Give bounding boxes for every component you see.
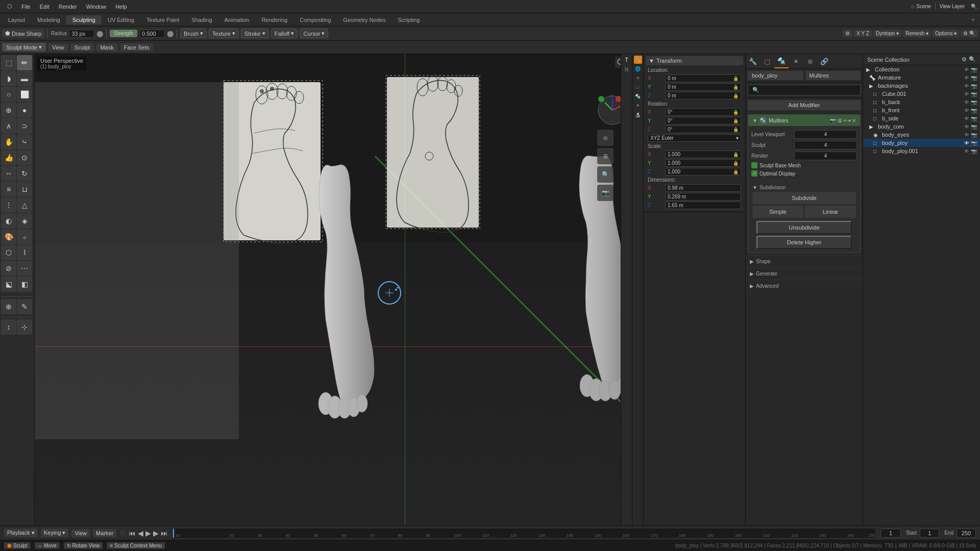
tool-cloth[interactable]: ⋮ — [1, 197, 16, 213]
tab-uv-editing[interactable]: UV Editing — [102, 15, 140, 24]
playback-dropdown[interactable]: Playback ▾ — [4, 529, 38, 537]
loc-z-value[interactable]: 0 m 🔒 — [665, 92, 741, 99]
tool-inflate[interactable]: ⊕ — [1, 103, 16, 118]
sc-bfront-render[interactable]: 📷 — [971, 108, 977, 113]
subdivide-button[interactable]: Subdivide — [752, 192, 856, 204]
next-frame-btn[interactable]: ▶ — [153, 529, 159, 537]
sc-bback[interactable]: □ b_back 👁 📷 — [863, 98, 980, 106]
optimal-display-checkbox[interactable]: ✓ — [751, 170, 757, 177]
blender-logo[interactable]: ⬡ — [3, 2, 16, 11]
sc-bfront[interactable]: □ b_front 👁 📷 — [863, 106, 980, 114]
sculpt-context-btn[interactable]: ≡ Sculpt Context Menu — [107, 542, 164, 549]
scene-icon[interactable]: 🌐 — [634, 65, 642, 73]
menu-file[interactable]: File — [17, 3, 35, 11]
sc-armature-render[interactable]: 📷 — [971, 75, 977, 81]
menu-render[interactable]: Render — [55, 3, 81, 11]
sc-bodycom-eye[interactable]: 👁 — [964, 124, 969, 130]
tool-slide-relax[interactable]: ≡ — [1, 182, 16, 197]
tool-rotate[interactable]: ↻ — [17, 166, 32, 181]
multires-close-icon[interactable]: ✕ — [852, 118, 856, 123]
sc-backimages-eye[interactable]: 👁 — [964, 83, 969, 89]
sc-bodyeyes-render[interactable]: 📷 — [971, 132, 977, 138]
tool-clay-strips[interactable]: ▬ — [17, 71, 32, 86]
particles-properties-icon[interactable]: ⁕ — [789, 54, 803, 68]
tool-select[interactable]: ⬚ — [1, 55, 16, 70]
move-status-btn[interactable]: ↔ Move — [35, 542, 60, 549]
tool-mask[interactable]: ◐ — [1, 213, 16, 229]
multires-expand-icon[interactable]: ▼ — [752, 118, 757, 123]
rot-z-value[interactable]: 0° 🔒 — [665, 126, 741, 133]
sculpt-mode-btn[interactable]: Sculpt Mode ▾ — [2, 43, 46, 52]
view-dropdown[interactable]: View — [71, 529, 90, 537]
sc-bfront-eye[interactable]: 👁 — [964, 108, 969, 113]
tool-lasso-trim[interactable]: ⌇ — [17, 245, 32, 260]
subdivision-header[interactable]: ▼ Subdivision — [752, 183, 856, 192]
sc-bodyploy001-eye[interactable]: 👁 — [964, 148, 969, 154]
sc-collection-eye[interactable]: 👁 — [964, 67, 969, 72]
tab-compositing[interactable]: Compositing — [293, 15, 337, 24]
menu-edit[interactable]: Edit — [36, 3, 54, 11]
sculpt-level-input[interactable]: 4 — [794, 141, 857, 149]
sc-cube-eye[interactable]: 👁 — [964, 91, 969, 97]
advanced-header[interactable]: ▶ Advanced — [750, 282, 859, 290]
tab-animation[interactable]: Animation — [218, 15, 256, 24]
transform-header[interactable]: ▼ Transform — [646, 56, 743, 65]
cursor-dropdown[interactable]: Cursor ▾ — [300, 29, 328, 38]
rot-y-value[interactable]: 0° 🔒 — [665, 117, 741, 124]
multires-type-icon[interactable]: 🔩 — [760, 117, 767, 124]
sc-z-value[interactable]: 1.000 🔒 — [665, 168, 741, 176]
physics-icon[interactable]: 🔬 — [634, 111, 642, 119]
tab-scripting[interactable]: Scripting — [391, 15, 426, 24]
sc-bodyploy-render[interactable]: 📷 — [971, 140, 977, 146]
brush-dropdown[interactable]: Brush ▾ — [180, 29, 207, 38]
particles-icon[interactable]: ⁕ — [634, 102, 642, 110]
delete-higher-button[interactable]: Delete Higher — [756, 236, 852, 249]
skip-start-btn[interactable]: ⏮ — [129, 529, 136, 537]
tool-nudge[interactable]: ↔ — [1, 166, 16, 181]
sc-bback-eye[interactable]: 👁 — [964, 99, 969, 105]
object-icon[interactable]: □ — [634, 83, 642, 91]
viewport-nav[interactable]: 🔍 — [597, 166, 614, 183]
camera-btn[interactable]: 📷 — [597, 185, 614, 201]
tool-pinch[interactable]: ⊃ — [17, 118, 32, 134]
loc-y-value[interactable]: 0 m 🔒 — [665, 83, 741, 91]
sc-cube001[interactable]: □ Cube.001 👁 📷 — [863, 90, 980, 98]
dim-y-value[interactable]: 0.269 m — [665, 193, 741, 201]
modifier-type-field[interactable]: Multires — [805, 71, 861, 80]
tab-sculpting[interactable]: Sculpting — [66, 15, 102, 24]
falloff-dropdown[interactable]: Falloff ▾ — [271, 29, 298, 38]
multires-more-icon[interactable]: ▾ — [848, 118, 851, 123]
modifier-search[interactable]: 🔍 — [748, 85, 861, 95]
generate-header[interactable]: ▶ Generate — [750, 269, 859, 278]
play-btn[interactable]: ▶ — [145, 529, 151, 537]
tab-layout[interactable]: Layout — [2, 15, 31, 24]
shape-header[interactable]: ▶ Shape — [750, 257, 859, 266]
tab-shading[interactable]: Shading — [185, 15, 218, 24]
playback-dot[interactable] — [119, 530, 126, 536]
sc-cube-render[interactable]: 📷 — [971, 91, 977, 97]
add-workspace[interactable]: + — [968, 16, 978, 23]
tool-grab[interactable]: ✋ — [1, 134, 16, 149]
tool-face-color[interactable]: ◧ — [17, 277, 32, 292]
rotate-view-btn[interactable]: ↻ Rotate View — [64, 542, 103, 549]
tool-paint[interactable]: 🎨 — [1, 229, 16, 244]
tool-transform[interactable]: ⊕ — [1, 299, 16, 314]
object-name-field[interactable]: body_ploy — [748, 71, 803, 80]
keying-dropdown[interactable]: Keying ▾ — [41, 529, 69, 537]
sc-bside-render[interactable]: 📷 — [971, 116, 977, 121]
menu-help[interactable]: Help — [111, 3, 131, 11]
simple-button[interactable]: Simple — [752, 206, 803, 218]
facesets-btn[interactable]: Face Sets — [120, 43, 154, 52]
sc-bodyeyes-eye[interactable]: 👁 — [964, 132, 969, 138]
end-frame[interactable]: 250 — [957, 529, 976, 538]
texture-dropdown[interactable]: Texture ▾ — [209, 29, 239, 38]
sc-bodyploy001[interactable]: □ body_ploy.001 👁 📷 — [863, 147, 980, 155]
tool-cursor[interactable]: ⊹ — [17, 319, 32, 335]
frame-number[interactable]: 1 — [880, 529, 901, 538]
draw-sharp-tool[interactable]: ⬟ Draw Sharp — [2, 29, 44, 38]
tool-smooth[interactable]: ○ — [1, 87, 16, 102]
sc-bodycom[interactable]: ▶ body_com 👁 📷 — [863, 122, 980, 131]
tool-measure[interactable]: ↕ — [1, 319, 16, 335]
sc-bside[interactable]: □ b_side 👁 📷 — [863, 114, 980, 122]
tool-snake-hook[interactable]: ⤷ — [17, 134, 32, 149]
